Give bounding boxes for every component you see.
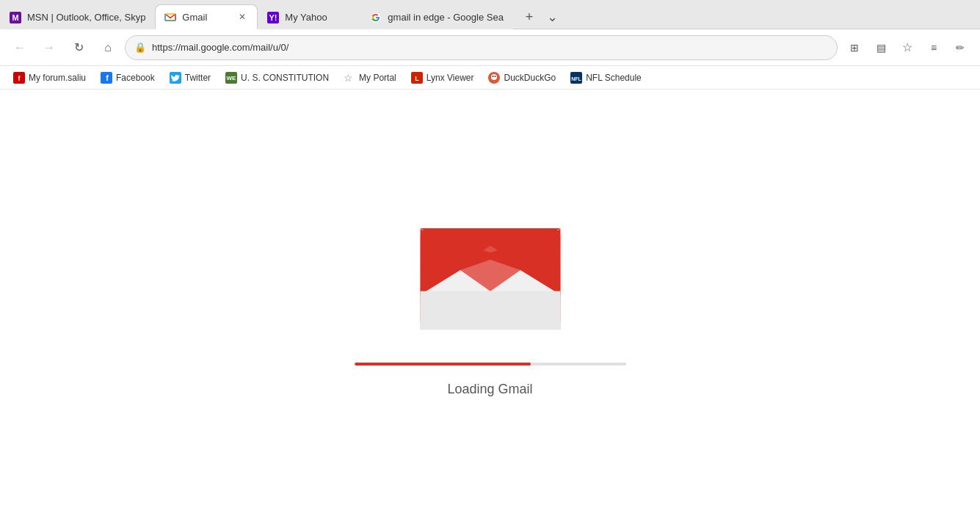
tab-yahoo[interactable]: Y! My Yahoo — [258, 4, 360, 29]
twitter-favicon — [170, 72, 181, 84]
address-bar[interactable]: 🔒 https://mail.google.com/mail/u/0/ — [125, 35, 838, 60]
tab-google[interactable]: gmail in edge - Google Sea — [360, 4, 513, 29]
gmail-favicon — [164, 11, 176, 23]
bookmark-forum[interactable]: f My forum.saliu — [7, 68, 92, 87]
bookmark-duckduckgo[interactable]: DuckDuckGo — [482, 68, 562, 87]
home-button[interactable]: ⌂ — [95, 35, 120, 60]
bookmark-constitution-label: U. S. CONSTITUTION — [241, 73, 329, 83]
nav-bar: ← → ↻ ⌂ 🔒 https://mail.google.com/mail/u… — [0, 29, 980, 66]
bookmark-portal-label: My Portal — [359, 73, 396, 83]
bookmark-twitter-label: Twitter — [185, 73, 211, 83]
tab-msn-title: MSN | Outlook, Office, Skyp — [27, 12, 145, 23]
more-tabs-button[interactable]: ⌄ — [542, 7, 563, 27]
svg-text:L: L — [415, 75, 419, 82]
svg-text:f: f — [106, 73, 109, 82]
msn-favicon: M — [10, 12, 21, 23]
tab-gmail[interactable]: Gmail ✕ — [155, 4, 258, 29]
facebook-favicon: f — [101, 72, 112, 84]
tab-google-title: gmail in edge - Google Sea — [388, 12, 504, 23]
nav-right: ⊞ ▤ ☆ ≡ ✏ — [842, 35, 973, 60]
bookmark-facebook-label: Facebook — [116, 73, 155, 83]
tab-gmail-title: Gmail — [182, 12, 231, 23]
lynx-favicon: L — [411, 72, 423, 84]
google-favicon — [370, 12, 382, 23]
svg-point-18 — [495, 76, 496, 77]
portal-favicon: ☆ — [344, 72, 355, 84]
collections-icon[interactable]: ≡ — [921, 35, 946, 60]
favorites-icon[interactable]: ☆ — [895, 35, 920, 60]
svg-text:NFL: NFL — [571, 76, 581, 81]
bookmark-nfl-label: NFL Schedule — [586, 73, 642, 83]
bookmark-lynx[interactable]: L Lynx Viewer — [405, 68, 480, 87]
split-view-icon[interactable]: ⊞ — [842, 35, 867, 60]
bookmark-duckduckgo-label: DuckDuckGo — [504, 73, 556, 83]
tab-yahoo-title: My Yahoo — [285, 12, 351, 23]
yahoo-favicon: Y! — [267, 12, 279, 23]
svg-point-16 — [491, 74, 497, 80]
tab-msn[interactable]: M MSN | Outlook, Office, Skyp — [0, 4, 155, 29]
constitution-favicon: WE — [225, 72, 237, 84]
svg-text:M: M — [12, 13, 18, 22]
reading-view-icon[interactable]: ▤ — [868, 35, 893, 60]
bookmark-portal[interactable]: ☆ My Portal — [338, 68, 402, 87]
gmail-logo — [417, 220, 564, 341]
bookmark-twitter[interactable]: Twitter — [164, 68, 217, 87]
new-tab-button[interactable]: + — [519, 7, 540, 27]
tab-bar: M MSN | Outlook, Office, Skyp Gmail ✕ Y! — [0, 0, 980, 29]
duckduckgo-favicon — [488, 72, 500, 84]
forward-button[interactable]: → — [37, 35, 62, 60]
lock-icon: 🔒 — [134, 42, 146, 53]
bookmark-lynx-label: Lynx Viewer — [427, 73, 474, 83]
loading-bar-container — [355, 363, 626, 366]
svg-text:WE: WE — [227, 75, 237, 81]
main-content: Loading Gmail — [0, 90, 980, 527]
pen-icon[interactable]: ✏ — [948, 35, 973, 60]
tab-gmail-close[interactable]: ✕ — [236, 11, 248, 23]
svg-text:Y!: Y! — [269, 13, 277, 22]
nfl-favicon: NFL — [570, 72, 582, 84]
loading-bar-fill — [355, 363, 531, 366]
svg-point-17 — [493, 76, 494, 77]
loading-text: Loading Gmail — [447, 382, 532, 397]
bookmarks-bar: f My forum.saliu f Facebook Twitter WE — [0, 66, 980, 90]
bookmark-facebook[interactable]: f Facebook — [95, 68, 161, 87]
tab-actions: + ⌄ — [513, 4, 569, 29]
bookmark-constitution[interactable]: WE U. S. CONSTITUTION — [219, 68, 335, 87]
bookmark-nfl[interactable]: NFL NFL Schedule — [565, 68, 647, 87]
bookmark-forum-label: My forum.saliu — [29, 73, 86, 83]
back-button[interactable]: ← — [7, 35, 32, 60]
address-text: https://mail.google.com/mail/u/0/ — [152, 42, 828, 53]
refresh-button[interactable]: ↻ — [66, 35, 91, 60]
forum-favicon: f — [13, 72, 25, 84]
